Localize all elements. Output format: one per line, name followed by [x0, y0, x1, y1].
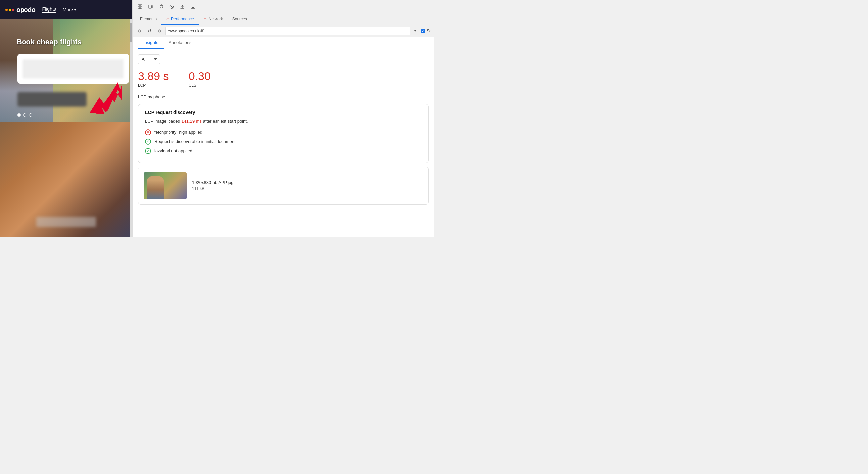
device-toggle-icon[interactable] [146, 2, 155, 11]
performance-warning-icon: ⚠ [166, 17, 169, 21]
image-filename: 1920x880-hb-APP.jpg [192, 180, 234, 185]
devtools-toolbar [133, 0, 434, 13]
insights-tabs: Insights Annotations [133, 37, 434, 49]
svg-rect-3 [141, 5, 142, 6]
carousel-dot-3[interactable] [29, 113, 32, 117]
tab-insights[interactable]: Insights [138, 37, 163, 49]
fetchpriority-icon: ✕ [145, 129, 151, 135]
tab-network-label: Network [209, 17, 223, 21]
devtools-url-bar: ⊙ ↺ ⊘ www.opodo.co.uk #1 ▾ ✓ Sc [133, 25, 434, 37]
svg-rect-4 [141, 7, 142, 9]
nav-more-label: More [63, 7, 73, 12]
fetchpriority-text: fetchpriority=high applied [154, 130, 202, 135]
select-element-icon[interactable] [135, 2, 145, 11]
cls-label: CLS [189, 83, 211, 88]
svg-rect-6 [152, 6, 153, 8]
insight-item-lazyload: ✓ lazyload not applied [145, 148, 422, 154]
image-thumbnail [144, 172, 187, 199]
hero-title: Book cheap flights [17, 38, 82, 46]
lcp-value: 3.89 s [138, 70, 169, 82]
opodo-dots [5, 9, 14, 11]
bottom-section [0, 122, 132, 237]
url-dropdown-icon[interactable]: ▾ [412, 29, 419, 33]
url-checkbox-area: ✓ Sc [421, 29, 431, 33]
lazyload-text: lazyload not applied [154, 148, 192, 153]
dot-orange [5, 9, 8, 11]
clear-icon[interactable] [167, 2, 177, 11]
devtools-content[interactable]: All LCP CLS FID 3.89 s LCP 0.30 CLS LCP … [133, 49, 434, 237]
opodo-wordmark: opodo [16, 6, 36, 13]
metric-cls: 0.30 CLS [189, 70, 211, 88]
tab-annotations-label: Annotations [169, 40, 192, 45]
lcp-label: LCP [138, 83, 169, 88]
refresh-icon[interactable] [157, 2, 166, 11]
svg-rect-1 [138, 5, 140, 6]
upload-icon[interactable] [178, 2, 187, 11]
discoverable-icon: ✓ [145, 139, 151, 145]
insight-card-title: LCP request discovery [145, 109, 422, 115]
url-checkbox-check-icon: ✓ [422, 29, 425, 33]
dot-yellow [9, 9, 11, 11]
search-button[interactable] [17, 92, 87, 106]
network-warning-icon: ⚠ [203, 17, 207, 21]
tab-performance[interactable]: ⚠ Performance [161, 13, 198, 25]
url-display: www.opodo.co.uk #1 [165, 27, 410, 35]
tab-elements-label: Elements [140, 17, 157, 21]
search-box[interactable] [17, 54, 129, 84]
filter-row: All LCP CLS FID [138, 54, 429, 64]
url-text: www.opodo.co.uk #1 [168, 29, 205, 33]
nav-more-chevron-icon: ▾ [74, 8, 76, 11]
insight-card-lcp: LCP request discovery LCP image loaded 1… [138, 104, 429, 163]
nav-more[interactable]: More ▾ [63, 7, 76, 12]
carousel-dots [17, 113, 32, 117]
metric-lcp: 3.89 s LCP [138, 70, 169, 88]
devtools-tabs: Elements ⚠ Performance ⚠ Network Sources [133, 13, 434, 25]
tab-sources[interactable]: Sources [228, 13, 252, 25]
desc-suffix: after earliest start point. [202, 119, 248, 124]
carousel-dot-2[interactable] [23, 113, 27, 117]
nav-flights[interactable]: Flights [42, 6, 56, 13]
image-size: 111 kB [192, 186, 234, 191]
image-card: 1920x880-hb-APP.jpg 111 kB [138, 167, 429, 204]
url-sc-label: Sc [427, 29, 431, 33]
desc-prefix: LCP image loaded [145, 119, 181, 124]
browser-scrollbar[interactable] [130, 19, 132, 237]
url-checkbox[interactable]: ✓ [421, 29, 425, 33]
lcp-phase-label: LCP by phase [138, 94, 429, 99]
cls-value: 0.30 [189, 70, 211, 82]
lazyload-icon: ✓ [145, 148, 151, 154]
url-refresh-icon[interactable]: ↺ [145, 27, 153, 35]
insight-item-fetchpriority: ✕ fetchpriority=high applied [145, 129, 422, 135]
carousel-dot-1[interactable] [17, 113, 21, 117]
filter-select[interactable]: All LCP CLS FID [138, 54, 160, 64]
devtools-panel: Elements ⚠ Performance ⚠ Network Sources… [132, 0, 434, 237]
svg-line-8 [171, 6, 173, 8]
search-box-inner [23, 59, 124, 78]
opodo-logo: opodo [5, 6, 36, 13]
dot-red [12, 9, 14, 11]
metrics-row: 3.89 s LCP 0.30 CLS [138, 70, 429, 88]
desc-highlight: 141.29 ms [181, 119, 202, 124]
tab-annotations[interactable]: Annotations [163, 37, 197, 49]
discoverable-text: Request is discoverable in initial docum… [154, 139, 236, 144]
tab-elements[interactable]: Elements [135, 13, 161, 25]
tab-performance-label: Performance [171, 17, 194, 21]
tab-sources-label: Sources [232, 17, 247, 21]
browser-panel: opodo Flights More ▾ Book cheap flights [0, 0, 132, 237]
bottom-blurred-element [36, 217, 96, 227]
svg-rect-5 [149, 5, 151, 8]
browser-scrollbar-thumb[interactable] [130, 23, 132, 42]
tab-insights-label: Insights [143, 40, 158, 45]
svg-rect-2 [138, 7, 140, 9]
hero-section: Book cheap flights [0, 19, 132, 122]
tab-network[interactable]: ⚠ Network [198, 13, 228, 25]
url-clear-icon[interactable]: ⊘ [155, 27, 163, 35]
opodo-navbar: opodo Flights More ▾ [0, 0, 132, 19]
insight-item-discoverable: ✓ Request is discoverable in initial doc… [145, 139, 422, 145]
image-info: 1920x880-hb-APP.jpg 111 kB [192, 180, 234, 191]
insight-card-desc: LCP image loaded 141.29 ms after earlies… [145, 118, 422, 125]
download-icon[interactable] [188, 2, 198, 11]
url-record-icon[interactable]: ⊙ [135, 27, 143, 35]
image-thumb-person [147, 176, 163, 199]
